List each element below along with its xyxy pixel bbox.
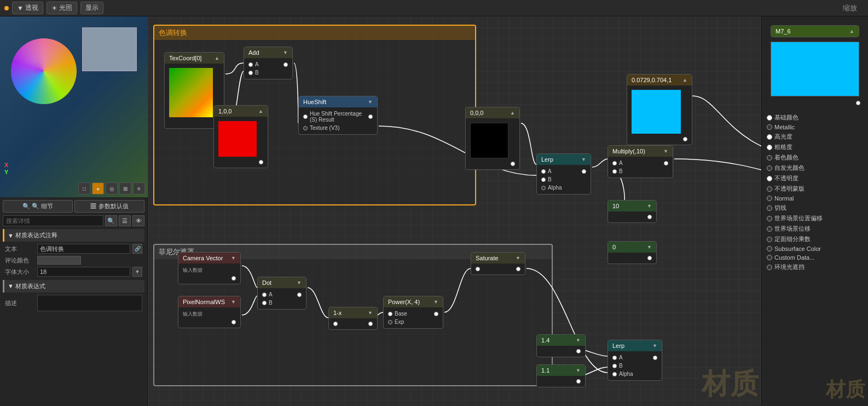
right-prop-opacity: 不透明度 [765, 173, 865, 184]
perspective-btn[interactable]: ▼ 透视 [12, 2, 43, 14]
node-camvec-expand[interactable]: ▼ [231, 255, 236, 261]
node-0[interactable]: 0 ▼ [607, 241, 657, 264]
left-panel: 透视 光照 显示 X Y □ ● ◎ ⊞ ≡ [0, 16, 148, 406]
right-prop-world-offset: 世界场景位置偏移 [765, 213, 865, 224]
node-lerp2-expand[interactable]: ▼ [652, 343, 657, 348]
node-power-expand[interactable]: ▼ [433, 299, 438, 305]
viewport-ctrl-2[interactable]: ● [92, 182, 104, 195]
hueshift-pin-2: Texture (V3) [301, 124, 375, 132]
node-10-expand[interactable]: ▼ [647, 203, 652, 209]
search-button[interactable]: 🔍 [105, 215, 117, 226]
menu-icon[interactable] [4, 6, 9, 10]
node-multiply-header: Multiply(,10) ▼ [608, 146, 673, 157]
node-lerp1[interactable]: Lerp ▼ A B Alpha [536, 153, 591, 195]
node-10-out-pin [647, 215, 652, 219]
viewport-ctrl-4[interactable]: ⊞ [119, 182, 131, 195]
right-pin-tess [767, 237, 772, 242]
node-preset-output [629, 136, 690, 142]
node-14-expand[interactable]: ▼ [576, 338, 581, 343]
node-11-body [537, 376, 585, 387]
tab-details[interactable]: 🔍 🔍 细节 [3, 200, 73, 213]
font-size-chevron[interactable]: ▼ [132, 267, 142, 277]
node-saturate-expand[interactable]: ▼ [516, 255, 520, 261]
node-dot[interactable]: Dot ▼ A B [257, 277, 306, 310]
lighting-btn[interactable]: ☀ 光照 [47, 2, 77, 14]
right-pin-world-offset [767, 216, 772, 221]
node-0-out-pin [647, 256, 652, 260]
node-000[interactable]: 0,0,0 ▲ [465, 107, 520, 170]
node-100[interactable]: 1,0,0 ▲ [213, 105, 268, 168]
node-hueshift[interactable]: HueShift ▼ Hue Shift Percentage (S) Resu… [298, 96, 378, 135]
node-saturate[interactable]: Saturate ▼ [471, 252, 525, 275]
font-size-input[interactable] [37, 267, 130, 277]
node-camvec-output [181, 275, 238, 282]
dot-out-pin [297, 293, 302, 297]
node-000-expand[interactable]: ▲ [510, 110, 515, 116]
node-lerp1-body: A B Alpha [537, 165, 591, 194]
desc-input[interactable] [37, 295, 142, 311]
right-pin-metallic [767, 124, 772, 130]
node-dot-body: A B [258, 288, 306, 309]
tab-defaults[interactable]: ☰ 参数默认值 [74, 200, 144, 213]
viewport-ctrl-1[interactable]: □ [78, 182, 90, 195]
node-0-header: 0 ▼ [608, 242, 656, 253]
viewport-ctrl-5[interactable]: ≡ [133, 182, 145, 195]
display-btn[interactable]: 显示 [80, 2, 103, 14]
node-power[interactable]: Power(X, 4) ▼ Base Exp [383, 296, 443, 329]
viewport-ctrl-3[interactable]: ◎ [106, 182, 118, 195]
node-1x-expand[interactable]: ▼ [368, 310, 373, 316]
list-btn[interactable]: ☰ [119, 215, 131, 226]
node-100-expand[interactable]: ▲ [258, 108, 263, 114]
node-11[interactable]: 1.1 ▼ [536, 364, 586, 387]
node-pixelnormal[interactable]: PixelNormalWS ▼ 输入数据 [178, 296, 241, 328]
node-power-header: Power(X, 4) ▼ [384, 296, 443, 307]
right-pin-roughness [767, 145, 772, 150]
search-row: 🔍 ☰ 👁 [3, 215, 144, 226]
viewport[interactable]: 透视 光照 显示 X Y □ ● ◎ ⊞ ≡ [0, 16, 148, 197]
section-annotation-header[interactable]: ▼ 材质表达式注释 [3, 229, 144, 242]
node-camvec[interactable]: Camera Vector ▼ 输入数据 [178, 252, 241, 284]
text-input[interactable] [37, 244, 130, 254]
node-preset-expand[interactable]: ▲ [682, 77, 687, 83]
node-11-expand[interactable]: ▼ [576, 368, 581, 373]
perspective-icon: ▼ [17, 4, 24, 12]
search-icon: 🔍 [22, 203, 30, 209]
node-preset-out-pin [683, 137, 687, 141]
node-multiply[interactable]: Multiply(,10) ▼ A B [607, 145, 673, 178]
node-lerp1-expand[interactable]: ▼ [581, 157, 586, 162]
section-material-header[interactable]: ▼ 材质表达式 [3, 280, 144, 293]
right-node-header: M7_6 ▲ [771, 26, 859, 37]
right-node-expand[interactable]: ▲ [849, 28, 854, 34]
node-dot-expand[interactable]: ▼ [297, 280, 302, 285]
dot-b-pin [262, 301, 267, 305]
node-pixelnormal-expand[interactable]: ▼ [231, 299, 236, 305]
chevron-annotation-icon: ▼ [8, 232, 14, 239]
node-pixelnormal-output [181, 319, 238, 325]
node-1x-out-pin [368, 322, 373, 326]
node-10[interactable]: 10 ▼ [607, 200, 657, 223]
right-prop-roughness: 粗糙度 [765, 142, 865, 152]
node-hueshift-expand[interactable]: ▼ [368, 99, 373, 105]
text-icon-btn[interactable]: 🔗 [132, 244, 142, 254]
right-prop-metallic: Metallic [765, 123, 865, 131]
node-add[interactable]: Add ▼ A B [244, 47, 293, 79]
node-graph-area[interactable]: 色调转换 菲尼尔遮罩 [148, 16, 761, 406]
node-texcoord-expand[interactable]: ▲ [215, 55, 219, 61]
node-14[interactable]: 1.4 ▼ [536, 334, 586, 357]
right-prop-normal: Normal [765, 194, 865, 203]
comment-color-swatch[interactable] [37, 256, 81, 265]
text-prop-row: 文本 🔗 [3, 243, 144, 255]
node-preset[interactable]: 0.0729,0.704,1 ▲ [627, 74, 692, 145]
node-lerp2[interactable]: Lerp ▼ A B Alpha [607, 340, 662, 381]
eye-btn[interactable]: 👁 [132, 215, 144, 226]
search-input[interactable] [3, 215, 103, 226]
viewport-building [82, 27, 137, 71]
right-prop-subsurface: Subsurface Color [765, 244, 865, 253]
node-add-expand[interactable]: ▼ [283, 50, 288, 55]
right-node[interactable]: M7_6 ▲ [771, 25, 859, 37]
node-multiply-expand[interactable]: ▼ [663, 148, 668, 154]
node-1x[interactable]: 1-x ▼ [328, 307, 378, 330]
node-000-out-pin [511, 162, 515, 166]
node-0-expand[interactable]: ▼ [647, 244, 652, 250]
multiply-a-pin [612, 161, 617, 165]
